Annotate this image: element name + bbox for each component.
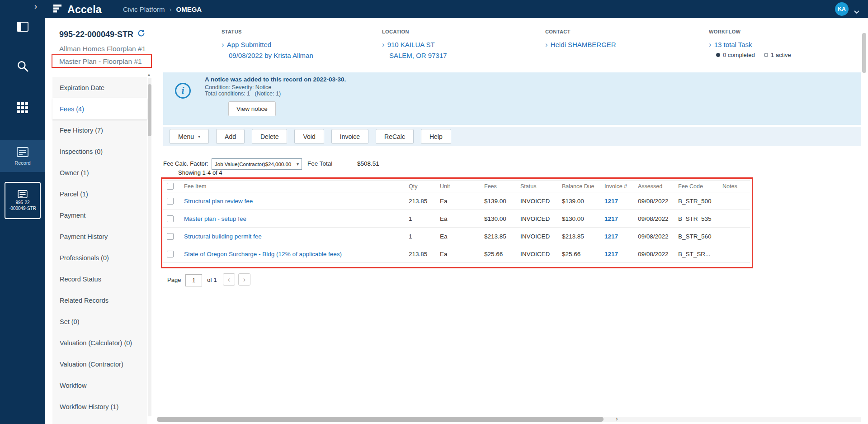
location-column: LOCATION ›910 KAILUA ST SALEM, OR 97317 (382, 29, 447, 61)
sidebar-item-related-records[interactable]: Related Records (52, 290, 147, 311)
cell-qty: 1 (405, 210, 436, 228)
invoice-link[interactable]: 1217 (604, 251, 618, 257)
fee-calc-factor-select[interactable]: Job Value(Contractor)$24,000.00 ▾ (212, 158, 302, 170)
fee-total-value: $508.51 (357, 160, 379, 167)
recalc-button[interactable]: ReCalc (376, 129, 414, 144)
cell-notes (719, 192, 750, 210)
avatar[interactable]: KA (835, 2, 849, 16)
column-header-fees: Fees (481, 181, 517, 192)
page-number-input[interactable] (185, 274, 202, 286)
cell-notes (719, 210, 750, 228)
fee-item-link[interactable]: State of Oregon Surcharge - Bldg (12% of… (184, 251, 342, 257)
chevron-right-icon: › (545, 41, 548, 48)
cell-status: INVOICED (517, 228, 558, 245)
status-value-link[interactable]: App Submitted (227, 41, 271, 48)
cell-balance-due: $25.66 (558, 245, 601, 263)
nav-scrollbar[interactable]: ▲ (148, 78, 151, 416)
record-icon (18, 190, 28, 199)
fees-table: Fee Item Qty Unit Fees Status Balance Du… (163, 180, 750, 263)
invoice-link[interactable]: 1217 (604, 233, 618, 240)
cell-fees: $130.00 (481, 210, 517, 228)
sidebar-item-inspections[interactable]: Inspections (0) (52, 141, 147, 162)
sidebar-item-owner[interactable]: Owner (1) (52, 162, 147, 183)
row-checkbox[interactable] (167, 251, 174, 257)
sidebar-item-valuation-contractor[interactable]: Valuation (Contractor) (52, 353, 147, 375)
location-label: LOCATION (382, 29, 447, 34)
invoice-link[interactable]: 1217 (604, 198, 618, 205)
previous-page-button[interactable]: ‹ (223, 273, 235, 286)
cell-unit: Ea (436, 210, 481, 228)
cell-fee-code: B_STR_535 (675, 210, 719, 228)
breadcrumb-civic-platform[interactable]: Civic Platform (123, 5, 165, 13)
apps-grid-icon[interactable] (0, 102, 45, 113)
record-nav-panel: Expiration Date Fees (4) Fee History (7)… (52, 77, 147, 424)
fee-item-link[interactable]: Structural building permit fee (184, 233, 262, 240)
contact-name-link[interactable]: Heidi SHAMBERGER (551, 41, 616, 48)
fee-item-link[interactable]: Master plan - setup fee (184, 215, 246, 222)
sidebar-record-tile-selected[interactable]: 995-22 -000049-STR (5, 182, 41, 219)
sidebar-item-parcel[interactable]: Parcel (1) (52, 183, 147, 205)
page-of-label: of 1 (207, 276, 217, 283)
sidebar-item-workflow[interactable]: Workflow (52, 375, 147, 396)
sidebar-item-record-status[interactable]: Record Status (52, 268, 147, 290)
delete-button[interactable]: Delete (252, 129, 287, 144)
invoice-link[interactable]: 1217 (604, 215, 618, 222)
record-project-name: Allman Homes Floorplan #1 (59, 45, 146, 53)
scroll-right-icon[interactable]: › (616, 415, 618, 422)
sidebar-item-payment-history[interactable]: Payment History (52, 226, 147, 247)
avatar-chevron-down-icon[interactable] (854, 8, 859, 16)
sidebar-item-professionals[interactable]: Professionals (0) (52, 247, 147, 268)
table-row: Structural building permit fee 1 Ea $213… (163, 228, 750, 245)
cell-assessed: 09/08/2022 (634, 210, 675, 228)
cell-balance-due: $139.00 (558, 192, 601, 210)
search-icon[interactable] (0, 60, 45, 72)
accela-logo-icon (52, 3, 64, 16)
nav-scrollbar-thumb[interactable] (148, 84, 151, 136)
status-date-link[interactable]: 09/08/2022 by Krista Allman (229, 52, 313, 59)
fee-item-link[interactable]: Structural plan review fee (184, 198, 253, 205)
next-page-button[interactable]: › (238, 273, 250, 286)
vertical-scrollbar-thumb[interactable] (862, 33, 866, 73)
sidebar-item-payment[interactable]: Payment (52, 205, 147, 226)
sidebar-item-expiration-date[interactable]: Expiration Date (52, 77, 147, 98)
workflow-column: WORKFLOW ›13 total Task 0 completed 1 ac… (709, 29, 791, 58)
cell-notes (719, 245, 750, 263)
invoice-button[interactable]: Invoice (331, 129, 368, 144)
sidebar-item-record[interactable]: Record (0, 140, 45, 172)
void-button[interactable]: Void (294, 129, 324, 144)
accela-logo[interactable]: Accela (52, 3, 102, 16)
help-button[interactable]: Help (421, 129, 451, 144)
chevron-right-icon: › (243, 276, 245, 284)
sidebar-item-fees[interactable]: Fees (4) (52, 98, 147, 119)
chevron-right-icon: › (382, 41, 385, 48)
sidebar-expand-icon[interactable]: › (34, 2, 37, 11)
breadcrumb: Civic Platform›OMEGA (123, 5, 202, 13)
panel-layout-icon[interactable] (0, 22, 45, 32)
scroll-up-icon[interactable]: ▲ (147, 72, 151, 77)
menu-button[interactable]: Menu ▾ (170, 129, 209, 144)
add-button[interactable]: Add (216, 129, 245, 144)
view-notice-button[interactable]: View notice (228, 101, 276, 116)
location-city-link[interactable]: SALEM, OR 97317 (389, 52, 447, 59)
location-address-link[interactable]: 910 KAILUA ST (387, 41, 435, 48)
status-label: STATUS (222, 29, 313, 34)
sidebar-item-workflow-history[interactable]: Workflow History (1) (52, 396, 147, 417)
status-column: STATUS ›App Submitted 09/08/2022 by Kris… (222, 29, 313, 61)
column-header-unit: Unit (436, 181, 481, 192)
select-all-checkbox[interactable] (167, 183, 174, 190)
row-checkbox[interactable] (167, 233, 174, 240)
horizontal-scrollbar-thumb[interactable] (157, 417, 604, 422)
notice-title: A notice was added to this record on 202… (205, 76, 346, 83)
cell-unit: Ea (436, 228, 481, 245)
sidebar-item-valuation-calculator[interactable]: Valuation (Calculator) (0) (52, 332, 147, 353)
sidebar-item-fee-history[interactable]: Fee History (7) (52, 119, 147, 141)
horizontal-scrollbar[interactable] (157, 417, 861, 422)
row-checkbox[interactable] (167, 198, 174, 205)
column-header-qty: Qty (405, 181, 436, 192)
sidebar-item-set[interactable]: Set (0) (52, 311, 147, 332)
record-id-text: 995-22-000049-STR (59, 30, 133, 39)
refresh-icon[interactable] (137, 29, 145, 39)
workflow-tasks-link[interactable]: 13 total Task (714, 41, 752, 48)
row-checkbox[interactable] (167, 215, 174, 222)
workflow-completed-text: 0 completed (723, 52, 755, 58)
